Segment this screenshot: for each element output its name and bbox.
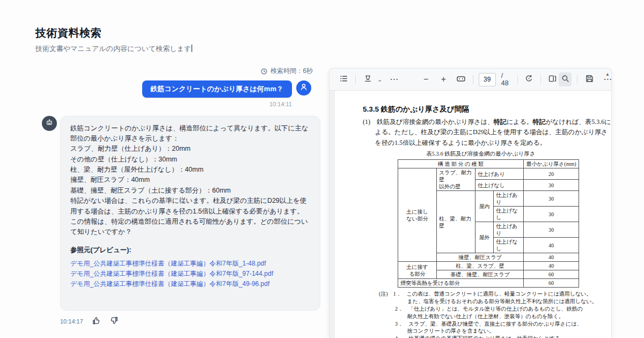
pdf-table-cell: 煙突等高熱を受ける部分: [398, 279, 524, 288]
assistant-message-time: 10:14:17: [60, 318, 83, 325]
pdf-table-cell: 60: [524, 279, 579, 288]
pdf-toolbar: ⌄ ⋯ − + / 48: [330, 69, 611, 91]
pdf-note-line: 3． スラブ、梁、基礎及び擁壁で、直接土に接する部分のかぶり厚さには、: [379, 320, 612, 328]
pdf-text-run: による。: [507, 118, 533, 126]
pdf-table-cell: 30: [524, 180, 579, 191]
chat-column: 技術資料検索 技術文書やマニュアルの内容について検索します 検索時間：6秒 鉄筋…: [35, 26, 320, 327]
zoom-in-button[interactable]: +: [437, 72, 450, 86]
pdf-table-cell: 仕上げなし: [494, 238, 524, 253]
highlight-tool-button[interactable]: [361, 72, 374, 86]
pdf-table-header-cell: 最小かぶり厚さ(mm): [524, 160, 579, 168]
source-link[interactable]: デモ用_公共建築工事標準仕様書（建築工事編）令和7年版_49-96.pdf: [70, 279, 310, 289]
assistant-paragraph: 擁壁、耐圧スラブ：40mm: [70, 175, 310, 185]
pdf-text-run: (1) 鉄筋及び溶接金網の最小かぶり厚さは、: [363, 118, 494, 126]
pdf-table-cell: 30: [524, 222, 579, 238]
scrollbar-up-arrow[interactable]: ▲: [605, 72, 610, 77]
thumbs-down-button[interactable]: [109, 316, 119, 327]
toolbar-right-group: ⋯: [559, 72, 612, 86]
pdf-table-cell: 仕上げなし: [475, 180, 524, 191]
sources-label: 参照元(プレビュー):: [70, 245, 310, 255]
pdf-note-line: 捨コンクリートの厚さを含まない。: [379, 327, 612, 335]
chevron-down-icon[interactable]: ⌄: [377, 76, 382, 83]
assistant-footer: 10:14:17: [60, 316, 320, 327]
page-title: 技術資料検索: [35, 26, 320, 40]
pdf-table-cell: スラブ、耐力壁 以外の壁: [437, 168, 475, 191]
pdf-table-header-row: 構 造 部 分 の 種 類最小かぶり厚さ(mm): [398, 160, 579, 168]
assistant-paragraph: その他の壁（仕上げなし）：30mm: [70, 155, 310, 165]
pdf-table-cell: 土に接す る部分: [398, 262, 437, 279]
rotate-button[interactable]: [523, 72, 536, 86]
user-avatar: [296, 80, 311, 95]
pdf-table-cell: 60: [524, 270, 579, 279]
pdf-viewer-panel: ⌄ ⋯ − + / 48: [329, 68, 612, 338]
pdf-text-run: 特記: [533, 118, 546, 126]
source-link[interactable]: デモ用_公共建築工事標準仕様書（建築工事編）令和7年版_1-48.pdf: [70, 259, 310, 269]
pdf-table-cell: 仕上げあり: [494, 222, 524, 238]
text-caret: [192, 45, 192, 52]
page-number-input[interactable]: [479, 73, 496, 86]
search-icon: [561, 74, 570, 85]
page-subtitle: 技術文書やマニュアルの内容について検索します: [35, 44, 320, 54]
zoom-out-button[interactable]: −: [420, 72, 432, 86]
pdf-table-cell: 柱、梁、耐力壁: [437, 191, 475, 253]
pdf-table-row: 煙突等高熱を受ける部分60: [398, 279, 579, 288]
pdf-table-row: 土に接す る部分柱、梁、スラブ、壁40: [398, 262, 579, 270]
fit-width-icon: [456, 74, 466, 85]
pdf-table-cell: 柱、梁、スラブ、壁: [437, 262, 524, 270]
pdf-table-cell: 30: [524, 191, 579, 207]
thumbs-down-icon: [109, 316, 119, 327]
minus-icon: −: [423, 75, 428, 84]
pdf-section-heading: 5.3.5 鉄筋のかぶり厚さ及び間隔: [363, 105, 612, 114]
thumbs-up-button[interactable]: [92, 316, 101, 327]
assistant-paragraph: この情報は、特定の構造部位に適用される可能性があります。どの部位について知りたい…: [70, 217, 310, 238]
thumbnails-panel-button[interactable]: [337, 72, 350, 86]
pdf-table-cell: 基礎、擁壁、耐圧スラブ: [437, 270, 524, 279]
pdf-table-cell: 仕上げなし: [494, 207, 524, 222]
table-of-contents-icon: [339, 74, 348, 85]
plus-icon: +: [441, 75, 446, 84]
pdf-table-cell: 擁壁、耐圧スラブ: [437, 253, 524, 262]
pdf-note-line: 耐久性上有効でない仕上げ（仕上塗材、塗装等）のものを除く。: [379, 313, 612, 320]
toolbar-separator: [577, 75, 577, 84]
toolbar-left-group: ⌄ ⋯: [337, 72, 400, 86]
fit-to-width-button[interactable]: [455, 72, 467, 86]
pdf-table-cell: 屋内: [475, 191, 494, 222]
pdf-table-row: 土に接し ない部分スラブ、耐力壁 以外の壁仕上げあり20: [398, 168, 579, 180]
annotation-more-button[interactable]: ⋯: [387, 72, 400, 86]
page-total-label: / 48: [501, 72, 512, 87]
pdf-note-line: また、塩害を受けるおそれのある部分等耐久性上不利な箇所には適用しない。: [379, 298, 612, 305]
toolbar-center-group: − + / 48: [420, 72, 559, 87]
toolbar-separator: [355, 75, 356, 84]
robot-icon: [45, 118, 54, 129]
user-message-time: 10:14:11: [35, 101, 320, 107]
pdf-spec-table: 構 造 部 分 の 種 類最小かぶり厚さ(mm)土に接し ない部分スラブ、耐力壁…: [398, 159, 579, 288]
pdf-note-line: 2． 「仕上げあり」とは、モルタル塗り等の仕上げのあるものとし、鉄筋の: [379, 305, 612, 313]
assistant-message-row: 鉄筋コンクリートのかぶり厚さは、構造部位によって異なります。以下に主な部位の最小…: [42, 116, 320, 311]
app-root: 技術資料検索 技術文書やマニュアルの内容について検索します 検索時間：6秒 鉄筋…: [0, 0, 644, 338]
source-link[interactable]: デモ用_公共建築工事標準仕様書（建築工事編）令和7年版_97-144.pdf: [70, 269, 310, 279]
toolbar-separator: [517, 75, 518, 84]
pdf-note-line: 4． 杭基礎の場合の基礎下端筋のかぶり厚さは、杭天端からとする。: [379, 335, 612, 338]
search-time: 検索時間：6秒: [35, 67, 320, 76]
pdf-table-cell: 30: [524, 207, 579, 222]
pdf-document-content: 5.3.5 鉄筋のかぶり厚さ及び間隔 (1) 鉄筋及び溶接金網の最小かぶり厚さは…: [335, 91, 612, 338]
thumbs-up-icon: [92, 316, 101, 327]
page-view-button[interactable]: [546, 72, 559, 86]
page-layout-icon: [548, 74, 557, 85]
assistant-paragraph: 鉄筋コンクリートのかぶり厚さは、構造部位によって異なります。以下に主な部位の最小…: [70, 123, 310, 144]
search-button[interactable]: [559, 72, 572, 86]
assistant-message-card: 鉄筋コンクリートのかぶり厚さは、構造部位によって異なります。以下に主な部位の最小…: [60, 116, 320, 311]
person-icon: [299, 83, 308, 93]
pdf-table-cell: 40: [524, 238, 579, 253]
assistant-paragraph: 特記がない場合は、これらの基準に従います。柱及び梁の主筋にD29以上を使用する場…: [70, 196, 310, 217]
pdf-note-line: (注) 1． この表は、普通コンクリートに適用し、軽量コンクリートには適用しない…: [379, 290, 612, 298]
save-icon: [585, 74, 594, 85]
pdf-page: 5.3.5 鉄筋のかぶり厚さ及び間隔 (1) 鉄筋及び溶接金網の最小かぶり厚さは…: [335, 91, 612, 338]
toolbar-separator: [473, 75, 473, 84]
pdf-table-header-cell: 構 造 部 分 の 種 類: [398, 160, 524, 168]
assistant-avatar: [42, 116, 57, 131]
save-button[interactable]: [583, 72, 596, 86]
pdf-table-cell: 20: [524, 168, 579, 180]
search-time-label: 検索時間：6秒: [270, 67, 313, 76]
rotate-icon: [524, 74, 533, 85]
